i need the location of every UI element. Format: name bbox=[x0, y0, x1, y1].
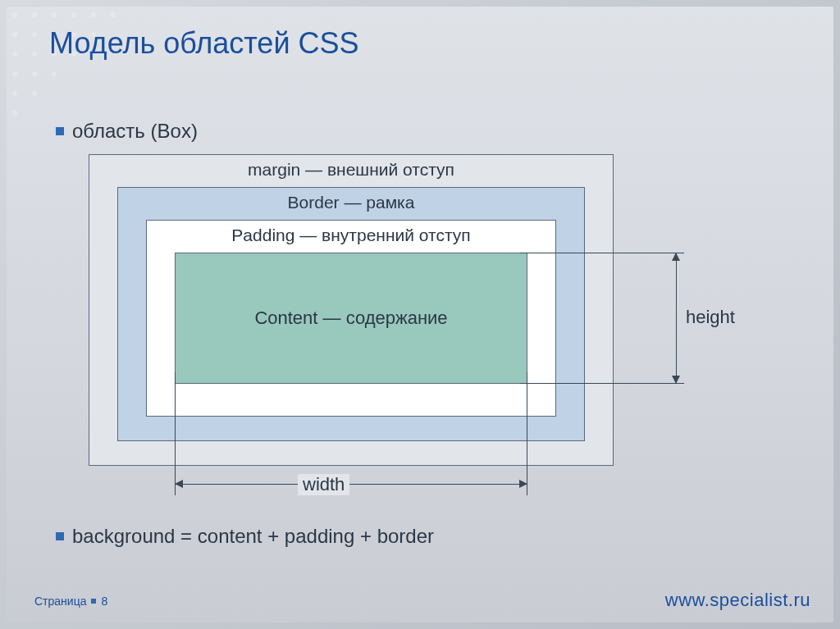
content-box: Content — содержание bbox=[175, 253, 527, 384]
box-model-diagram: margin — внешний отступ Border — рамка P… bbox=[89, 154, 614, 466]
svg-point-20 bbox=[12, 111, 17, 116]
footer-left: Страница 8 bbox=[34, 595, 107, 608]
bullet-box: область (Box) bbox=[56, 120, 198, 143]
svg-point-17 bbox=[52, 71, 57, 76]
svg-point-15 bbox=[12, 71, 17, 76]
svg-point-6 bbox=[12, 32, 17, 37]
svg-point-16 bbox=[32, 71, 37, 76]
svg-point-3 bbox=[71, 12, 76, 17]
footer-site: www.specialist.ru bbox=[665, 590, 810, 611]
svg-point-4 bbox=[91, 12, 96, 17]
svg-point-5 bbox=[111, 12, 116, 17]
border-label: Border — рамка bbox=[118, 193, 584, 212]
slide-title: Модель областей CSS bbox=[49, 26, 359, 61]
svg-point-1 bbox=[32, 12, 37, 17]
padding-label: Padding — внутренний отступ bbox=[147, 226, 555, 245]
bullet-background: background = content + padding + border bbox=[56, 525, 434, 548]
svg-point-7 bbox=[32, 32, 37, 37]
footer-page-number: 8 bbox=[101, 595, 107, 608]
slide: Модель областей CSS область (Box) margin… bbox=[7, 7, 833, 622]
width-dimension bbox=[175, 471, 527, 499]
svg-point-19 bbox=[32, 91, 37, 96]
footer-page-word: Страница bbox=[34, 595, 86, 608]
svg-point-2 bbox=[52, 12, 57, 17]
svg-point-12 bbox=[32, 52, 37, 57]
content-label: Content — содержание bbox=[176, 308, 527, 329]
bullet-box-text: область (Box) bbox=[72, 120, 198, 143]
footer-separator-icon bbox=[91, 599, 96, 604]
svg-point-18 bbox=[12, 91, 17, 96]
svg-point-11 bbox=[12, 52, 17, 57]
margin-label: margin — внешний отступ bbox=[89, 160, 613, 180]
bullet-background-text: background = content + padding + border bbox=[72, 525, 434, 548]
bullet-icon bbox=[56, 127, 64, 135]
width-label: width bbox=[298, 474, 349, 495]
height-label: height bbox=[686, 307, 735, 328]
svg-point-0 bbox=[12, 12, 17, 17]
bullet-icon bbox=[56, 532, 64, 540]
